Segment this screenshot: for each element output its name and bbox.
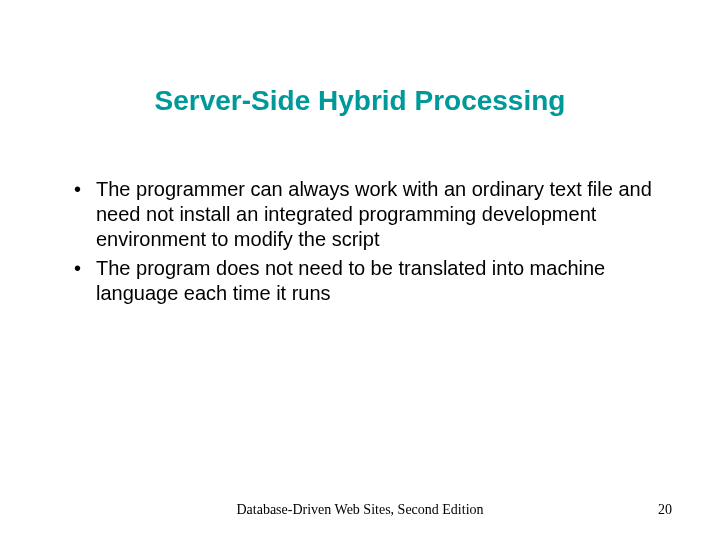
footer-text: Database-Driven Web Sites, Second Editio… xyxy=(0,502,720,518)
bullet-item: The program does not need to be translat… xyxy=(70,256,660,306)
slide: Server-Side Hybrid Processing The progra… xyxy=(0,0,720,540)
bullet-list: The programmer can always work with an o… xyxy=(0,117,720,306)
bullet-item: The programmer can always work with an o… xyxy=(70,177,660,252)
page-number: 20 xyxy=(658,502,672,518)
slide-title: Server-Side Hybrid Processing xyxy=(0,0,720,117)
